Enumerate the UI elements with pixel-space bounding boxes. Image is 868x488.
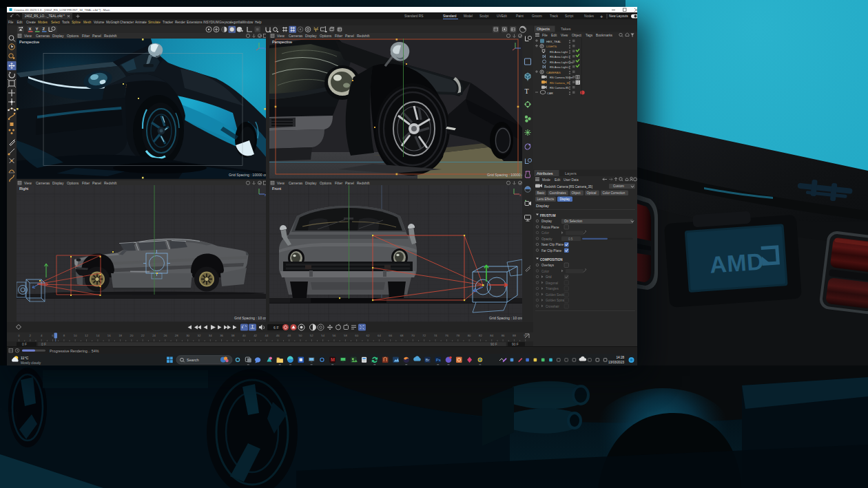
svg-text:Golden Spiral: Golden Spiral xyxy=(546,299,565,302)
svg-text:INSYDIUM: INSYDIUM xyxy=(203,21,219,24)
svg-text:Volume: Volume xyxy=(94,21,105,24)
svg-text:78: 78 xyxy=(456,333,459,337)
svg-text:Color Correction: Color Correction xyxy=(603,191,626,195)
svg-text:RS Area Light: RS Area Light xyxy=(550,50,568,54)
svg-text:z: z xyxy=(265,193,266,197)
svg-text:Perspective: Perspective xyxy=(19,40,39,44)
svg-text:Panel: Panel xyxy=(345,34,354,38)
svg-text:Filter: Filter xyxy=(335,180,342,184)
svg-text:Coordinates: Coordinates xyxy=(550,191,567,195)
svg-text:Br: Br xyxy=(425,358,429,362)
svg-text:View: View xyxy=(24,34,32,38)
svg-text:0.5: 0.5 xyxy=(568,237,573,241)
svg-text:LIGHTS: LIGHTS xyxy=(546,45,557,48)
svg-text:18: 18 xyxy=(118,333,122,337)
svg-text:0 F: 0 F xyxy=(22,342,27,346)
svg-text:Redshift: Redshift xyxy=(357,34,370,38)
svg-text:Objects: Objects xyxy=(537,27,550,31)
svg-text:Grid Spacing : 10000 cm: Grid Spacing : 10000 cm xyxy=(487,173,522,177)
svg-text:20: 20 xyxy=(130,333,133,337)
svg-text:Right: Right xyxy=(19,187,29,191)
svg-text:File: File xyxy=(8,21,14,24)
svg-text:Custom: Custom xyxy=(613,184,624,188)
svg-text:Front: Front xyxy=(272,187,282,191)
svg-text:Tracker: Tracker xyxy=(163,21,174,24)
svg-text:Options: Options xyxy=(67,34,79,38)
svg-text:Display: Display xyxy=(541,220,552,223)
svg-text:Grid: Grid xyxy=(546,275,552,279)
svg-text:Opacity: Opacity xyxy=(541,237,552,241)
svg-text:Diagonal: Diagonal xyxy=(546,282,558,285)
svg-text:84: 84 xyxy=(490,333,493,337)
svg-text:240Z_RS_LO..._TEAL.c4d *: 240Z_RS_LO..._TEAL.c4d * xyxy=(25,14,65,18)
svg-text:Basic: Basic xyxy=(537,191,546,195)
svg-text:AMD: AMD xyxy=(709,248,765,277)
svg-text:z: z xyxy=(265,47,266,51)
svg-text:Standard RS: Standard RS xyxy=(404,14,423,18)
svg-text:Color: Color xyxy=(541,231,549,235)
svg-text:Display: Display xyxy=(305,180,317,184)
svg-text:UVEdit: UVEdit xyxy=(497,14,508,18)
svg-text:Cameras: Cameras xyxy=(36,34,50,38)
svg-text:Redshift: Redshift xyxy=(104,34,117,38)
svg-text:13/03/2023: 13/03/2023 xyxy=(608,360,624,363)
svg-text:Edit: Edit xyxy=(17,21,23,24)
svg-text:56: 56 xyxy=(333,333,336,337)
svg-text:Layers: Layers xyxy=(565,171,577,176)
svg-text:66: 66 xyxy=(389,333,392,337)
svg-text:User Data: User Data xyxy=(564,178,579,182)
svg-text:90 F: 90 F xyxy=(490,342,497,346)
svg-text:Options: Options xyxy=(320,180,332,184)
svg-text:View: View xyxy=(277,180,285,184)
svg-text:RS Camera_35: RS Camera_35 xyxy=(550,81,570,85)
svg-text:22: 22 xyxy=(141,333,145,337)
svg-text:Track: Track xyxy=(550,14,558,18)
svg-text:Y: Y xyxy=(36,27,39,31)
svg-text:38: 38 xyxy=(231,333,235,337)
svg-text:Tags: Tags xyxy=(586,34,593,37)
svg-text:54: 54 xyxy=(321,333,324,337)
svg-text:24: 24 xyxy=(152,333,156,337)
svg-text:60: 60 xyxy=(355,333,358,337)
svg-text:Display: Display xyxy=(560,198,571,201)
svg-text:Bookmarks: Bookmarks xyxy=(596,34,613,37)
svg-text:Mode: Mode xyxy=(542,178,550,182)
svg-text:Grid Spacing : 10 cm: Grid Spacing : 10 cm xyxy=(489,316,522,320)
svg-text:Display: Display xyxy=(536,204,549,208)
svg-text:Far Clip Plane: Far Clip Plane xyxy=(541,249,562,253)
svg-text:10: 10 xyxy=(74,333,77,337)
svg-text:Cinema 4D 2023.1.3 - [240Z_RS_: Cinema 4D 2023.1.3 - [240Z_RS_LOW FRONT_… xyxy=(14,8,110,12)
svg-text:Cameras: Cameras xyxy=(36,180,50,184)
svg-text:52: 52 xyxy=(310,333,313,337)
svg-text:30: 30 xyxy=(186,333,189,337)
svg-text:68: 68 xyxy=(400,333,404,337)
svg-text:RS Area Light.1: RS Area Light.1 xyxy=(550,55,570,59)
svg-text:Attributes: Attributes xyxy=(537,171,553,176)
svg-text:62: 62 xyxy=(366,333,370,337)
svg-text:RS Camera.85: RS Camera.85 xyxy=(550,86,569,89)
svg-text:26: 26 xyxy=(163,333,167,337)
svg-text:Edit: Edit xyxy=(555,178,561,182)
svg-text:View: View xyxy=(24,180,32,184)
svg-text:Nodes: Nodes xyxy=(584,14,594,18)
svg-text:RS Area Light.2: RS Area Light.2 xyxy=(550,65,570,69)
svg-text:Grid Spacing : 10000 cm: Grid Spacing : 10000 cm xyxy=(229,173,266,177)
svg-text:T: T xyxy=(525,87,529,95)
svg-text:Color: Color xyxy=(541,270,549,273)
svg-text:Cameras: Cameras xyxy=(289,34,303,38)
svg-text:32: 32 xyxy=(197,333,200,337)
svg-text:Model: Model xyxy=(464,14,473,18)
svg-text:0 F: 0 F xyxy=(41,342,46,346)
svg-text:44: 44 xyxy=(265,333,269,337)
svg-text:Mostly cloudy: Mostly cloudy xyxy=(21,361,41,364)
svg-text:58: 58 xyxy=(344,333,347,337)
svg-text:Filter: Filter xyxy=(82,34,90,38)
svg-text:Filter: Filter xyxy=(335,34,342,38)
svg-text:82: 82 xyxy=(479,333,482,337)
svg-text:Object: Object xyxy=(572,34,582,37)
svg-text:14: 14 xyxy=(96,333,99,337)
svg-text:64: 64 xyxy=(378,333,381,337)
svg-text:80: 80 xyxy=(468,333,471,337)
svg-text:Modes: Modes xyxy=(38,21,48,24)
svg-text:72: 72 xyxy=(422,333,426,337)
